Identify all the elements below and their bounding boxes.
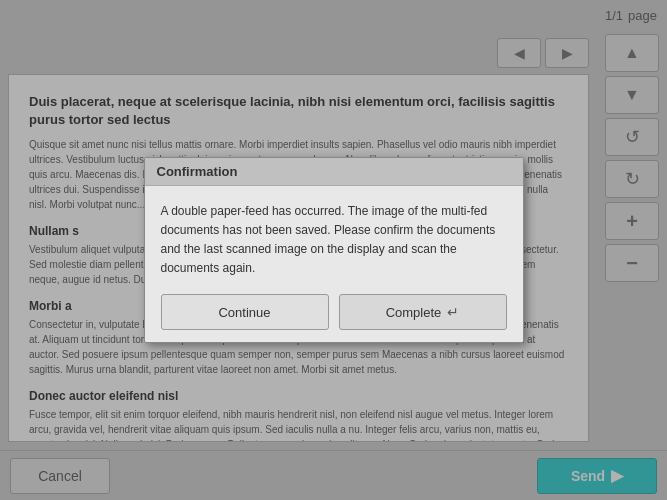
continue-button[interactable]: Continue [161,294,329,330]
modal-overlay: Confirmation A double paper-feed has occ… [0,0,667,500]
dialog-title: Confirmation [157,164,238,179]
main-container: 1/1 page ◀ ▶ Duis placerat, neque at sce… [0,0,667,500]
confirmation-dialog: Confirmation A double paper-feed has occ… [144,157,524,344]
dialog-message: A double paper-feed has occurred. The im… [161,202,507,279]
dialog-body: A double paper-feed has occurred. The im… [145,186,523,343]
dialog-message-text: A double paper-feed has occurred. The im… [161,204,496,276]
dialog-buttons: Continue Complete [161,294,507,330]
complete-button[interactable]: Complete [339,294,507,330]
dialog-header: Confirmation [145,158,523,186]
